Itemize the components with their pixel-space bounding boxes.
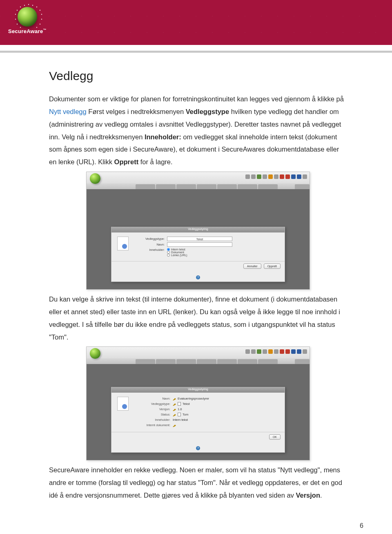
brand-logo: SecureAware™: [8, 2, 47, 34]
page-number: 6: [0, 514, 392, 534]
select-vedleggstype[interactable]: Tekst: [167, 237, 232, 241]
value-version: 1.0: [178, 407, 182, 411]
radio-dokument[interactable]: Dokument: [167, 251, 187, 254]
toolbar-icons: [245, 174, 307, 179]
pencil-icon[interactable]: [173, 397, 176, 400]
svg-point-3: [24, 5, 25, 6]
brand-name: SecureAware™: [8, 28, 47, 34]
svg-point-14: [36, 27, 37, 28]
app-orb-icon: [90, 348, 100, 359]
link-nytt-vedlegg[interactable]: Nytt vedlegg: [49, 108, 87, 115]
app-orb-icon: [90, 173, 100, 184]
status-icon: [178, 413, 181, 416]
page-title: Vedlegg: [49, 69, 347, 83]
text-icon: [178, 402, 181, 406]
screenshot-1: Vedleggsstyring Vedleggstype: Tekst Navn…: [86, 172, 310, 290]
create-button[interactable]: Opprett: [264, 264, 281, 269]
cancel-button[interactable]: Annuller: [243, 264, 261, 269]
pencil-icon[interactable]: [173, 424, 176, 427]
document-icon: [117, 397, 129, 411]
help-icon[interactable]: ?: [196, 275, 200, 279]
value-status: Tom: [183, 413, 188, 416]
pencil-icon[interactable]: [173, 413, 176, 416]
svg-point-10: [41, 19, 42, 20]
dialog-vedleggsstyring-detail: Vedleggsstyring Navn:Evakueringsprosedyr…: [111, 387, 285, 453]
radio-intern-tekst[interactable]: Intern tekst: [167, 248, 187, 251]
logo-orb-icon: [18, 7, 37, 27]
svg-point-5: [17, 10, 18, 11]
value-type: Tekst: [183, 402, 190, 406]
paragraph-2: Du kan velge å skrive inn tekst (til int…: [49, 293, 347, 343]
value-navn: Evakueringsprosedyrer: [178, 397, 209, 400]
svg-point-13: [20, 27, 21, 28]
paragraph-1: Dokumenter som er viktige for planen for…: [49, 93, 347, 168]
screenshot-2: Vedleggsstyring Navn:Evakueringsprosedyr…: [86, 346, 310, 460]
nav-tabs: [87, 358, 310, 364]
pencil-icon[interactable]: [173, 402, 176, 406]
help-icon[interactable]: ?: [196, 446, 200, 450]
nav-tabs: [87, 183, 310, 189]
svg-point-6: [40, 10, 40, 11]
svg-point-1: [32, 5, 33, 6]
svg-point-11: [17, 24, 18, 25]
input-navn[interactable]: [167, 242, 232, 247]
ok-button[interactable]: OK: [269, 434, 281, 440]
label-vedleggstype: Vedleggstype:: [136, 237, 167, 241]
value-contains: Intern tekst: [173, 418, 188, 422]
dialog-title: Vedleggsstyring: [111, 227, 285, 232]
label-inneholder: Inneholder:: [136, 248, 167, 252]
toolbar-icons: [245, 349, 307, 354]
svg-point-2: [36, 7, 37, 7]
svg-point-4: [20, 7, 21, 7]
svg-point-7: [41, 14, 42, 15]
dialog-vedleggsstyring: Vedleggsstyring Vedleggstype: Tekst Navn…: [111, 227, 285, 282]
radio-lenke[interactable]: Lenke (URL): [167, 254, 187, 257]
header-band: SecureAware™: [0, 0, 392, 45]
svg-point-9: [15, 19, 16, 20]
dialog-title: Vedleggsstyring: [111, 387, 285, 393]
svg-point-12: [40, 24, 40, 25]
paragraph-3: SecureAware inneholder en rekke vedlegg.…: [49, 464, 347, 502]
label-navn: Navn:: [136, 243, 167, 246]
document-icon: [117, 237, 129, 250]
svg-point-8: [15, 14, 16, 15]
svg-point-0: [28, 4, 29, 5]
pencil-icon[interactable]: [173, 408, 176, 411]
